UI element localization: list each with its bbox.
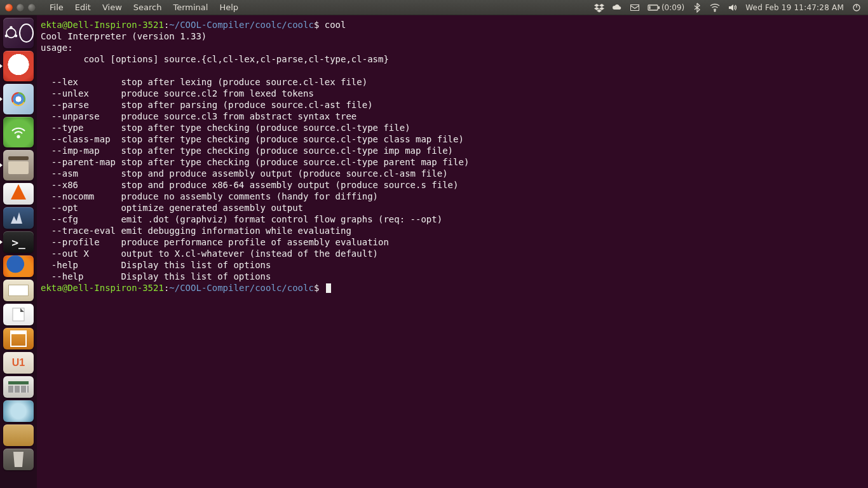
battery-icon[interactable]: (0:09) (648, 3, 684, 13)
menu-view[interactable]: View (97, 1, 127, 14)
launcher-calculator[interactable] (3, 376, 34, 398)
svg-point-9 (17, 135, 19, 137)
battery-time: (0:09) (661, 3, 684, 12)
option-row: --unlex produce source.cl2 from lexed to… (41, 88, 864, 99)
option-desc: stop after type checking (produce source… (121, 157, 469, 167)
option-flag: --lex (41, 76, 121, 88)
launcher-terminal[interactable] (3, 231, 34, 253)
menu-help[interactable]: Help (214, 1, 243, 14)
option-desc: optimize generated assembly output (121, 203, 303, 213)
launcher-home-folder[interactable] (3, 424, 34, 446)
launcher-files[interactable] (3, 150, 34, 180)
launcher-software-center[interactable] (3, 328, 34, 349)
launcher-vlc[interactable] (3, 183, 34, 205)
prompt-dollar: $ (314, 20, 325, 30)
option-desc: stop after type checking (produce source… (121, 146, 453, 156)
launcher-disk-utility[interactable] (3, 400, 34, 422)
option-desc: produce performance profile of assembly … (121, 237, 388, 247)
terminal-pane[interactable]: ekta@Dell-Inspiron-3521:~/COOL-Compiler/… (37, 15, 868, 488)
clock[interactable]: Wed Feb 19 11:47:28 AM (745, 3, 844, 12)
launcher-dash[interactable] (3, 18, 34, 48)
window-close-button[interactable] (5, 4, 13, 11)
option-flag: --help (41, 271, 121, 282)
unity-launcher (0, 15, 37, 488)
svg-rect-2 (649, 6, 650, 9)
option-row: --unparse produce source.cl3 from abstra… (41, 111, 864, 122)
menu-edit[interactable]: Edit (70, 1, 96, 14)
option-row: --profile produce performance profile of… (41, 236, 864, 248)
svg-rect-10 (13, 308, 24, 321)
menu-terminal[interactable]: Terminal (168, 1, 213, 14)
option-row: --x86 stop and produce x86-64 assembly o… (41, 179, 864, 191)
launcher-libreoffice[interactable] (3, 304, 34, 325)
option-row: --type stop after type checking (produce… (41, 122, 864, 133)
window-maximize-button[interactable] (28, 4, 36, 11)
option-flag: --trace-eval (41, 225, 121, 236)
menu-file[interactable]: File (44, 1, 69, 14)
launcher-network[interactable] (3, 117, 34, 147)
option-desc: Display this list of options (121, 271, 271, 281)
option-desc: produce no assembly comments (handy for … (121, 191, 378, 201)
option-flag: --opt (41, 202, 121, 214)
volume-icon[interactable] (728, 3, 738, 13)
prompt-user: ekta@Dell-Inspiron-3521 (41, 20, 164, 30)
option-desc: output to X.cl-whatever (instead of the … (121, 248, 378, 259)
option-flag: --cfg (41, 214, 121, 225)
network-icon[interactable] (710, 3, 720, 13)
option-flag: --unparse (41, 111, 121, 122)
mail-icon[interactable] (630, 3, 640, 13)
option-desc: Display this list of options (121, 260, 271, 270)
launcher-chromium[interactable] (3, 84, 34, 114)
option-flag: --profile (41, 236, 121, 248)
option-row: --class-map stop after type checking (pr… (41, 133, 864, 145)
output-usage: cool [options] source.{cl,cl-lex,cl-pars… (41, 54, 389, 64)
option-flag: -help (41, 259, 121, 271)
launcher-amarok[interactable] (3, 207, 34, 229)
option-desc: stop and produce x86-64 assembly output … (121, 180, 458, 190)
window-minimize-button[interactable] (17, 4, 24, 11)
global-menubar: File Edit View Search Terminal Help (0:0… (0, 0, 868, 15)
option-row: --parent-map stop after type checking (p… (41, 156, 864, 168)
weather-icon[interactable] (612, 3, 622, 13)
terminal-command: cool (325, 20, 346, 30)
option-flag: --nocomm (41, 191, 121, 202)
option-flag: --type (41, 122, 121, 133)
option-flag: --class-map (41, 133, 121, 145)
option-desc: stop after lexing (produce source.cl-lex… (121, 77, 367, 87)
svg-rect-1 (658, 6, 660, 9)
option-flag: --parse (41, 99, 121, 111)
option-desc: stop after type checking (produce source… (121, 123, 410, 133)
output-header-2: usage: (41, 43, 73, 53)
launcher-document-viewer[interactable] (3, 51, 34, 81)
launcher-text-editor[interactable] (3, 280, 34, 301)
option-desc: emit .dot (graphviz) format control flow… (121, 214, 442, 224)
prompt-user-2: ekta@Dell-Inspiron-3521 (41, 283, 164, 293)
svg-point-7 (15, 34, 17, 37)
launcher-trash[interactable] (3, 449, 34, 470)
dropbox-icon[interactable] (594, 3, 604, 13)
svg-point-3 (714, 10, 715, 11)
system-tray: (0:09) Wed Feb 19 11:47:28 AM (594, 3, 868, 13)
option-row: --trace-eval emit debugging information … (41, 225, 864, 236)
menu-search[interactable]: Search (128, 1, 167, 14)
option-row: --out X output to X.cl-whatever (instead… (41, 248, 864, 259)
option-desc: produce source.cl2 from lexed tokens (121, 88, 313, 98)
svg-point-8 (5, 34, 8, 37)
option-desc: stop and produce assembly output (produc… (121, 168, 447, 179)
option-row: --parse stop after parsing (produce sour… (41, 99, 864, 111)
option-row: --imp-map stop after type checking (prod… (41, 145, 864, 156)
bluetooth-icon[interactable] (692, 3, 702, 13)
option-desc: produce source.cl3 from abstract syntax … (121, 111, 356, 121)
session-icon[interactable] (851, 3, 862, 13)
option-row: --lex stop after lexing (produce source.… (41, 76, 864, 88)
prompt-path-2: ~/COOL-Compiler/coolc/coolc (169, 283, 314, 293)
launcher-ubuntu-one[interactable] (3, 352, 34, 374)
option-desc: stop after parsing (produce source.cl-as… (121, 100, 372, 110)
option-desc: stop after type checking (produce source… (121, 134, 463, 144)
option-row: --cfg emit .dot (graphviz) format contro… (41, 214, 864, 225)
launcher-firefox[interactable] (3, 255, 34, 277)
option-desc: emit debugging information while evaluat… (121, 226, 351, 236)
option-row: --help Display this list of options (41, 271, 864, 282)
option-flag: --imp-map (41, 145, 121, 156)
option-flag: --out X (41, 248, 121, 259)
